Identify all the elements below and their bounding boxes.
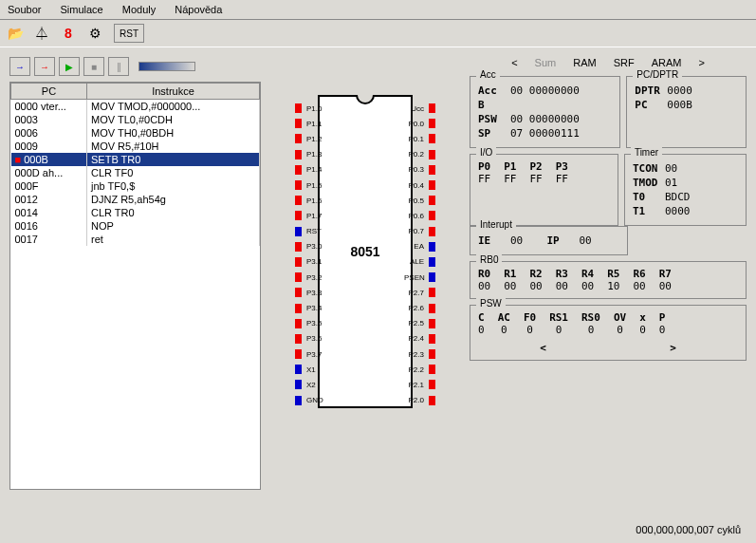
pin-p1-6[interactable]: P1.6 <box>295 193 326 208</box>
pin-p1-4[interactable]: P1.4 <box>295 162 326 178</box>
pin-p2-4[interactable]: P2.4 <box>404 331 435 346</box>
menu-soubor[interactable]: Soubor <box>8 4 41 15</box>
pin-p1-0[interactable]: P1.0 <box>295 101 326 116</box>
memory-nav: < Sum RAM SRF ARAM > <box>470 57 747 68</box>
chip-label: 8051 <box>350 244 379 259</box>
table-row[interactable]: 0000 vter...MOV TMOD,#000000... <box>11 100 260 114</box>
pin-p3-0[interactable]: P3.0 <box>295 239 326 254</box>
pin-p0-4[interactable]: P0.4 <box>404 178 435 193</box>
interupt-group: Interupt IE00 IP00 <box>470 226 628 255</box>
pin-p1-1[interactable]: P1.1 <box>295 116 326 131</box>
pin-p3-7[interactable]: P3.7 <box>295 346 326 362</box>
nav-sum[interactable]: Sum <box>535 57 557 68</box>
pin-ea[interactable]: EA <box>404 239 435 254</box>
rst-button[interactable]: RST <box>114 24 144 43</box>
pin-gnd[interactable]: GND <box>295 393 326 408</box>
table-row[interactable]: 0006MOV TH0,#0BDH <box>11 126 260 140</box>
pin-x1[interactable]: X1 <box>295 362 326 377</box>
instruction-table[interactable]: PCInstrukce 0000 vter...MOV TMOD,#000000… <box>9 82 261 490</box>
control-bar: → → ▶ ■ ‖ <box>9 57 261 76</box>
pin-p1-7[interactable]: P1.7 <box>295 208 326 223</box>
menu-moduly[interactable]: Moduly <box>122 4 156 15</box>
nav-prev[interactable]: < <box>511 57 517 68</box>
psw-prev[interactable]: < <box>540 342 546 354</box>
col-pc[interactable]: PC <box>11 84 87 100</box>
step-over-button[interactable]: → <box>34 57 55 76</box>
pin-p1-3[interactable]: P1.3 <box>295 147 326 162</box>
pin-p2-3[interactable]: P2.3 <box>404 346 435 362</box>
pin-p3-4[interactable]: P3.4 <box>295 300 326 315</box>
pcdptr-group: PC/DPTR DPTR0000PC000B <box>626 76 747 148</box>
pin-p0-7[interactable]: P0.7 <box>404 224 435 239</box>
nav-aram[interactable]: ARAM <box>652 57 682 68</box>
pin-p2-1[interactable]: P2.1 <box>404 377 435 392</box>
table-row[interactable]: 0014CLR TR0 <box>11 206 260 219</box>
stop-button[interactable]: ■ <box>83 57 104 76</box>
pin-p2-0[interactable]: P2.0 <box>404 393 435 408</box>
table-row[interactable]: 000Fjnb TF0,$ <box>11 179 260 193</box>
table-row[interactable]: 0016NOP <box>11 219 260 233</box>
pin-p2-7[interactable]: P2.7 <box>404 285 435 300</box>
pin-p3-3[interactable]: P3.3 <box>295 285 326 300</box>
pin-p0-0[interactable]: P0.0 <box>404 116 435 131</box>
pin-p3-5[interactable]: P3.5 <box>295 316 326 331</box>
chip-diagram: 8051 P1.0P1.1P1.2P1.3P1.4P1.5P1.6P1.7RST… <box>294 95 436 408</box>
pin-p0-1[interactable]: P0.1 <box>404 131 435 146</box>
pin-p3-1[interactable]: P3.1 <box>295 254 326 270</box>
pin-ucc[interactable]: Ucc <box>404 101 435 116</box>
pin-psen[interactable]: PSEN <box>404 270 435 285</box>
pin-p2-5[interactable]: P2.5 <box>404 316 435 331</box>
table-row[interactable]: 000BSETB TR0 <box>11 153 260 166</box>
pin-p2-2[interactable]: P2.2 <box>404 362 435 377</box>
pin-p0-3[interactable]: P0.3 <box>404 162 435 178</box>
menu-napoveda[interactable]: Nápověda <box>175 4 222 15</box>
pin-ale[interactable]: ALE <box>404 254 435 270</box>
open-icon[interactable]: 📂 <box>8 26 23 41</box>
timer-group: Timer TCON00TMOD01T0BDCDT10000 <box>624 154 747 226</box>
io-group: I/O P0FFP1FFP2FFP3FF <box>470 154 618 226</box>
table-row[interactable]: 0017ret <box>11 233 260 246</box>
menu-simulace[interactable]: Simulace <box>60 4 102 15</box>
cycle-counter: 000,000,000,007 cyklů <box>636 524 741 535</box>
run-button[interactable]: ▶ <box>59 57 80 76</box>
rb0-group: RB0 R000R100R200R300R400R510R600R700 <box>470 261 747 299</box>
pin-p0-6[interactable]: P0.6 <box>404 208 435 223</box>
pause-button[interactable]: ‖ <box>108 57 129 76</box>
pin-p1-5[interactable]: P1.5 <box>295 178 326 193</box>
table-row[interactable]: 000D ah...CLR TF0 <box>11 166 260 179</box>
step-in-button[interactable]: → <box>9 57 30 76</box>
psw-group: PSW C0AC0F00RS10RS00OV0x0P0 <> <box>470 305 747 361</box>
table-row[interactable]: 0003MOV TL0,#0CDH <box>11 113 260 126</box>
pin-p3-2[interactable]: P3.2 <box>295 270 326 285</box>
nav-srf[interactable]: SRF <box>614 57 635 68</box>
col-ins[interactable]: Instrukce <box>87 84 260 100</box>
acc-group: Acc Acc00 00000000B PSW00 00000000SP07 0… <box>470 76 620 148</box>
pin-p0-2[interactable]: P0.2 <box>404 147 435 162</box>
speed-slider[interactable] <box>138 62 195 71</box>
pin-x2[interactable]: X2 <box>295 377 326 392</box>
pin-p0-5[interactable]: P0.5 <box>404 193 435 208</box>
pin-p3-6[interactable]: P3.6 <box>295 331 326 346</box>
table-row[interactable]: 0009MOV R5,#10H <box>11 140 260 153</box>
menubar: Soubor Simulace Moduly Nápověda <box>0 0 756 20</box>
pin-rst[interactable]: RST <box>295 224 326 239</box>
psw-next[interactable]: > <box>670 342 676 354</box>
table-row[interactable]: 0012DJNZ R5,ah54g <box>11 193 260 206</box>
pin-p2-6[interactable]: P2.6 <box>404 300 435 315</box>
nav-next[interactable]: > <box>698 57 704 68</box>
diode-icon[interactable]: ⏃ <box>34 26 49 41</box>
pin-p1-2[interactable]: P1.2 <box>295 131 326 146</box>
nav-ram[interactable]: RAM <box>573 57 596 68</box>
toolbar: 📂 ⏃ 8 ⚙ RST <box>0 20 756 47</box>
digit-icon[interactable]: 8 <box>61 26 76 41</box>
switch-icon[interactable]: ⚙ <box>87 26 102 41</box>
